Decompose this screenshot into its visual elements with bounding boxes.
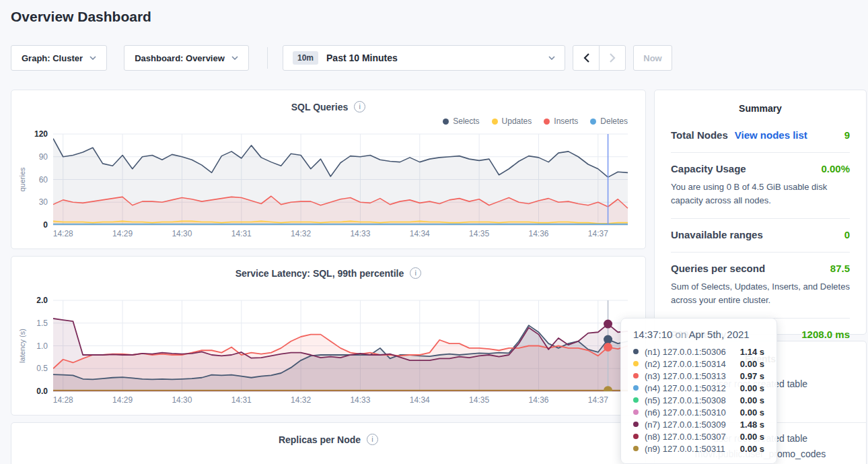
tooltip-node-label: (n3) 127.0.0.1:50313 [645, 371, 734, 381]
y-axis-label: queries [18, 167, 26, 192]
tooltip-row: (n5) 127.0.0.1:503080.00 s [633, 394, 764, 406]
chevron-right-icon [610, 53, 616, 63]
tooltip-node-label: (n5) 127.0.0.1:50308 [645, 395, 734, 405]
hover-dot-n7-127-0-0-1-50309 [604, 320, 612, 329]
now-button[interactable]: Now [633, 45, 672, 71]
x-tick-label: 14:32 [291, 229, 311, 238]
series-color-dot [633, 361, 639, 366]
x-tick-label: 14:32 [291, 395, 311, 405]
tooltip-node-label: (n8) 127.0.0.1:50307 [645, 432, 734, 442]
x-tick-label: 14:28 [53, 395, 73, 405]
series-color-dot [633, 349, 639, 354]
x-tick-label: 14:28 [53, 229, 73, 238]
sql-queries-chart[interactable]: 14:2814:2914:3014:3114:3214:3314:3414:35… [11, 90, 645, 248]
x-tick-label: 14:33 [350, 229, 370, 238]
unavailable-ranges-row: Unavailable ranges 0 [671, 218, 850, 252]
tooltip-node-value: 1.48 s [740, 420, 764, 430]
y-tick-label: 1.5 [36, 319, 48, 328]
x-tick-label: 14:29 [112, 229, 133, 238]
tooltip-row: (n1) 127.0.0.1:503061.14 s [633, 345, 764, 358]
page-title: Overview Dashboard [11, 9, 151, 25]
chart-title: Replicas per Node [279, 434, 361, 445]
chevron-left-icon [583, 53, 589, 63]
hover-dot-n9-127-0-0-1-50311 [604, 386, 612, 395]
capacity-usage-row: Capacity Usage 0.00% You are using 0 B o… [671, 152, 850, 218]
total-nodes-value: 9 [844, 129, 850, 141]
series-color-dot [633, 385, 639, 391]
queries-per-second-row: Queries per second 87.5 Sum of Selects, … [671, 252, 850, 318]
x-tick-label: 14:35 [469, 229, 489, 238]
tooltip-node-label: (n9) 127.0.0.1:50311 [645, 444, 734, 454]
unavailable-ranges-value: 0 [844, 229, 850, 240]
x-tick-label: 14:31 [231, 229, 252, 238]
series-color-dot [633, 434, 639, 439]
summary-panel: Summary Total Nodes View nodes list 9 Ca… [654, 90, 867, 335]
tooltip-node-label: (n2) 127.0.0.1:50314 [645, 359, 734, 369]
tooltip-node-value: 0.00 s [740, 383, 764, 393]
next-time-button[interactable] [599, 45, 626, 71]
tooltip-node-label: (n7) 127.0.0.1:50309 [645, 420, 734, 430]
y-axis-label: latency (s) [18, 329, 26, 363]
chevron-down-icon [231, 56, 238, 60]
tooltip-node-value: 1.14 s [740, 347, 764, 357]
latency-chart[interactable]: 14:2814:2914:3014:3114:3214:3314:3414:35… [11, 257, 645, 415]
capacity-usage-label: Capacity Usage [671, 163, 746, 174]
toolbar-divider [267, 47, 268, 69]
view-nodes-list-link[interactable]: View nodes list [735, 129, 807, 141]
tooltip-row: (n2) 127.0.0.1:503140.00 s [633, 358, 764, 370]
tooltip-row: (n7) 127.0.0.1:503091.48 s [633, 418, 764, 430]
x-tick-label: 14:36 [528, 229, 548, 238]
tooltip-on: on [676, 329, 687, 340]
queries-per-second-label: Queries per second [671, 263, 765, 274]
p99-latency-value: 1208.0 ms [801, 329, 850, 340]
x-tick-label: 14:30 [172, 395, 192, 405]
tooltip-node-value: 0.00 s [740, 444, 764, 454]
series-color-dot [633, 409, 639, 415]
tooltip-header: 14:37:10 on Apr 5th, 2021 [633, 329, 764, 340]
tooltip-row: (n3) 127.0.0.1:503130.97 s [633, 370, 764, 382]
time-range-selector[interactable]: 10m Past 10 Minutes [283, 45, 565, 71]
tooltip-row: (n8) 127.0.0.1:503070.00 s [633, 430, 764, 442]
time-range-label: Past 10 Minutes [326, 53, 398, 63]
x-tick-label: 14:36 [528, 395, 548, 405]
hover-dot-n1-127-0-0-1-50306 [604, 335, 612, 344]
info-icon[interactable]: i [367, 434, 378, 445]
x-tick-label: 14:35 [469, 395, 489, 405]
x-tick-label: 14:37 [588, 229, 608, 238]
tooltip-row: (n9) 127.0.0.1:503110.00 s [633, 442, 764, 455]
latency-card: Service Latency: SQL, 99th percentile i … [11, 256, 646, 416]
y-tick-label: 30 [39, 197, 48, 207]
time-range-badge: 10m [293, 51, 318, 65]
capacity-usage-value: 0.00% [821, 163, 850, 174]
total-nodes-label: Total Nodes [671, 129, 728, 141]
y-tick-label: 0.0 [36, 387, 48, 396]
y-tick-label: 2.0 [36, 296, 48, 305]
sql-queries-card: SQL Queries i SelectsUpdatesInsertsDelet… [11, 90, 646, 249]
tooltip-time: 14:37:10 [633, 329, 672, 340]
x-tick-label: 14:34 [410, 229, 430, 238]
prev-time-button[interactable] [573, 45, 600, 71]
total-nodes-row: Total Nodes View nodes list 9 [671, 119, 850, 152]
chevron-down-icon [548, 56, 555, 60]
tooltip-node-value: 0.00 s [740, 407, 764, 418]
series-color-dot [633, 422, 639, 427]
latency-tooltip: 14:37:10 on Apr 5th, 2021 (n1) 127.0.0.1… [620, 318, 777, 464]
series-color-dot [633, 397, 639, 403]
graph-dropdown-label: Graph: Cluster [22, 53, 83, 63]
graph-dropdown[interactable]: Graph: Cluster [11, 45, 107, 71]
series-color-dot [633, 446, 639, 451]
x-tick-label: 14:31 [231, 395, 252, 405]
series-color-dot [633, 373, 639, 378]
queries-per-second-value: 87.5 [830, 263, 850, 274]
tooltip-row: (n4) 127.0.0.1:503120.00 s [633, 382, 764, 394]
y-tick-label: 1.0 [36, 341, 48, 351]
time-nav-group [573, 45, 626, 71]
y-tick-label: 0.5 [36, 364, 48, 373]
x-tick-label: 14:33 [350, 395, 370, 405]
dashboard-dropdown[interactable]: Dashboard: Overview [124, 45, 249, 71]
y-tick-label: 120 [34, 129, 48, 139]
chevron-down-icon [89, 56, 96, 60]
x-tick-label: 14:37 [588, 395, 608, 405]
tooltip-date: Apr 5th, 2021 [689, 329, 750, 340]
tooltip-node-value: 0.00 s [740, 359, 764, 369]
